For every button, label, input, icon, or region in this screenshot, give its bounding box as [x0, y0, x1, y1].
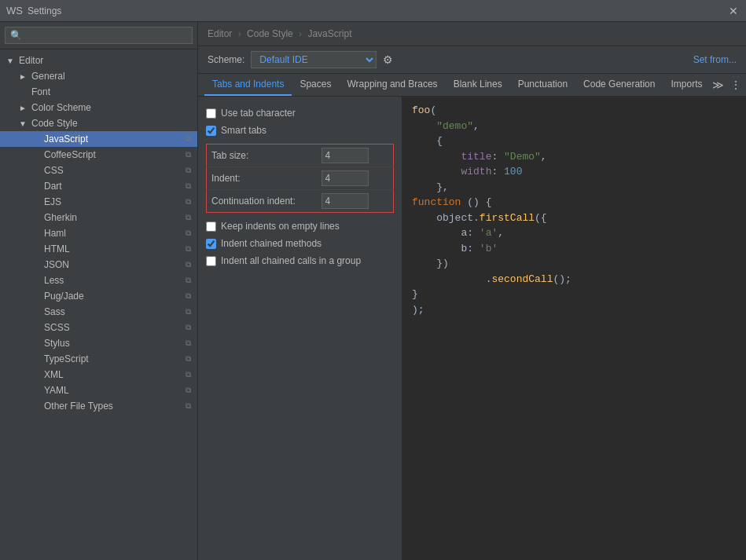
copy-icon: ⧉ [186, 386, 191, 395]
sidebar-item-yaml[interactable]: YAML⧉ [0, 382, 197, 398]
app-icon: WS [6, 5, 23, 16]
sidebar-item-label: HTML [44, 243, 181, 254]
indent-chained-checkbox[interactable] [206, 239, 216, 249]
sidebar-item-color-scheme[interactable]: ►Color Scheme [0, 100, 197, 115]
copy-icon: ⧉ [186, 197, 191, 207]
tabs-settings-button[interactable]: ⋮ [728, 79, 744, 91]
sidebar-item-css[interactable]: CSS⧉ [0, 163, 197, 178]
breadcrumb-javascript: JavaScript [307, 28, 351, 39]
indent-all-chained-label: Indent all chained calls in a group [221, 255, 361, 266]
search-input[interactable] [5, 27, 193, 44]
continuation-indent-input[interactable] [322, 193, 369, 209]
indent-input[interactable] [322, 170, 369, 186]
sidebar-item-typescript[interactable]: TypeScript⧉ [0, 351, 197, 367]
use-tab-character-checkbox[interactable] [206, 108, 216, 119]
indent-all-chained-checkbox[interactable] [206, 256, 216, 266]
sidebar-item-less[interactable]: Less⧉ [0, 273, 197, 288]
sidebar-item-label: Dart [44, 181, 181, 192]
sidebar-item-label: Color Scheme [31, 102, 191, 113]
sidebar-item-stylus[interactable]: Stylus⧉ [0, 335, 197, 351]
use-tab-character-label: Use tab character [221, 108, 296, 119]
sidebar-item-label: XML [44, 369, 181, 380]
indent-row: Indent: [207, 167, 394, 190]
tab-blank-lines[interactable]: Blank Lines [446, 74, 510, 96]
preview-panel: foo( "demo", { title: "Demo", width: 100… [402, 97, 746, 560]
code-line-13: } [412, 287, 737, 302]
tab-wrapping[interactable]: Wrapping and Braces [339, 74, 445, 96]
sidebar-item-label: Less [44, 275, 181, 286]
code-line-6: }, [412, 180, 737, 196]
sidebar-item-pugjade[interactable]: Pug/Jade⧉ [0, 288, 197, 304]
sidebar-item-label: EJS [44, 196, 181, 207]
sidebar-item-xml[interactable]: XML⧉ [0, 367, 197, 382]
copy-icon: ⧉ [186, 213, 191, 222]
scheme-gear-button[interactable]: ⚙ [383, 53, 393, 66]
copy-icon: ⧉ [186, 181, 191, 191]
content-panel: Editor › Code Style › JavaScript Scheme:… [198, 22, 746, 560]
sidebar-item-label: TypeScript [44, 353, 181, 364]
sidebar-item-gherkin[interactable]: Gherkin⧉ [0, 210, 197, 225]
tab-imports[interactable]: Imports [663, 74, 710, 96]
sidebar-item-general[interactable]: ►General [0, 68, 197, 84]
indent-chained-row: Indent chained methods [206, 235, 394, 252]
code-line-1: foo( [412, 103, 737, 119]
smart-tabs-label: Smart tabs [221, 125, 266, 136]
copy-icon: ⧉ [186, 166, 191, 175]
tab-punctuation[interactable]: Punctuation [510, 74, 575, 96]
sidebar-item-editor[interactable]: ▼Editor [0, 53, 197, 68]
sidebar-item-json[interactable]: JSON⧉ [0, 257, 197, 273]
scheme-row: Scheme: Default IDE ⚙ Set from... [198, 46, 746, 74]
sidebar-item-dart[interactable]: Dart⧉ [0, 178, 197, 194]
tab-tabs-indents[interactable]: Tabs and Indents [204, 74, 292, 96]
settings-panel: Use tab character Smart tabs Tab size: I… [198, 97, 402, 560]
tab-size-input[interactable] [322, 148, 369, 163]
sidebar-item-scss[interactable]: SCSS⧉ [0, 320, 197, 335]
smart-tabs-checkbox[interactable] [206, 126, 216, 136]
breadcrumb-editor: Editor [208, 28, 232, 39]
keep-indents-checkbox[interactable] [206, 221, 216, 232]
sidebar-item-font[interactable]: Font [0, 84, 197, 100]
set-from-link[interactable]: Set from... [693, 54, 737, 65]
copy-icon: ⧉ [186, 244, 191, 254]
tabs-overflow-button[interactable]: ≫ [710, 79, 726, 91]
scheme-select[interactable]: Default IDE [251, 51, 377, 68]
expand-icon: ► [19, 72, 28, 81]
continuation-indent-label: Continuation indent: [207, 190, 317, 213]
sidebar-item-other-file-types[interactable]: Other File Types⧉ [0, 398, 197, 414]
sidebar-item-label: Gherkin [44, 212, 181, 223]
copy-icon: ⧉ [186, 229, 191, 238]
code-line-2: "demo", [412, 119, 737, 134]
copy-icon: ⧉ [186, 134, 191, 144]
smart-tabs-row: Smart tabs [206, 122, 394, 139]
breadcrumb-code-style: Code Style [247, 28, 293, 39]
tab-spaces[interactable]: Spaces [292, 74, 339, 96]
sidebar-item-ejs[interactable]: EJS⧉ [0, 194, 197, 210]
code-line-3: { [412, 134, 737, 149]
sidebar-item-code-style[interactable]: ▼Code Style [0, 115, 197, 131]
sidebar-item-haml[interactable]: Haml⧉ [0, 225, 197, 241]
copy-icon: ⧉ [186, 291, 191, 301]
breadcrumb: Editor › Code Style › JavaScript [198, 22, 746, 46]
expand-icon: ▼ [6, 57, 16, 65]
continuation-indent-row: Continuation indent: [207, 190, 394, 213]
sidebar-item-coffeescript[interactable]: CoffeeScript⧉ [0, 147, 197, 163]
copy-icon: ⧉ [186, 323, 191, 332]
code-line-5: width: 100 [412, 164, 737, 180]
sidebar: ▼Editor►GeneralFont►Color Scheme▼Code St… [0, 22, 198, 560]
indent-chained-label: Indent chained methods [221, 238, 322, 249]
sidebar-item-label: JSON [44, 259, 181, 270]
close-button[interactable]: ✕ [727, 5, 740, 17]
copy-icon: ⧉ [186, 276, 191, 285]
copy-icon: ⧉ [186, 150, 191, 159]
code-line-7: function () { [412, 195, 737, 210]
sidebar-item-label: JavaScript [44, 134, 181, 145]
sidebar-item-javascript[interactable]: JavaScript⧉ [0, 131, 197, 147]
sidebar-item-label: Editor [19, 55, 191, 66]
sidebar-item-html[interactable]: HTML⧉ [0, 241, 197, 257]
tab-code-generation[interactable]: Code Generation [575, 74, 663, 96]
title-bar-title: Settings [28, 5, 722, 16]
sidebar-item-label: CoffeeScript [44, 149, 181, 160]
sidebar-item-sass[interactable]: Sass⧉ [0, 304, 197, 320]
numeric-fields-table: Tab size: Indent: Continuation indent: [206, 144, 394, 213]
code-line-14: ); [412, 302, 737, 318]
